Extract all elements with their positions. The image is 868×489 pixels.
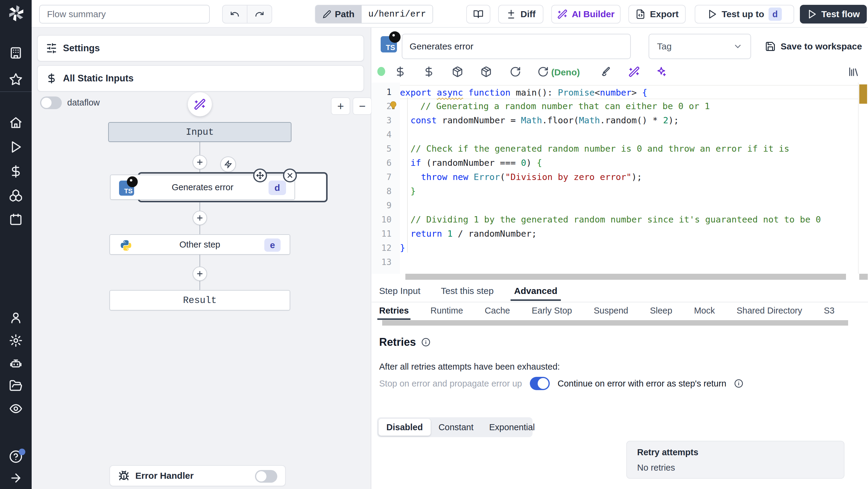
workers-bot-icon[interactable] xyxy=(9,357,23,370)
subtab-s3[interactable]: S3 xyxy=(824,306,835,319)
test-flow-button[interactable]: Test flow xyxy=(800,5,867,24)
code-line[interactable]: const randomNumber = Math.floor(Math.ran… xyxy=(400,113,858,127)
code-line[interactable]: throw new Error("Division by zero error"… xyxy=(400,170,858,184)
settings-gear-icon[interactable] xyxy=(9,334,23,347)
library-icon[interactable] xyxy=(848,66,859,79)
undo-button[interactable] xyxy=(223,5,247,23)
insert-step-button[interactable] xyxy=(193,155,207,170)
retry-mode-constant[interactable]: Constant xyxy=(431,419,481,436)
trigger-zap-button[interactable] xyxy=(220,156,236,172)
continue-on-error-toggle[interactable] xyxy=(530,377,550,390)
code-line[interactable]: } xyxy=(400,184,858,198)
continue-on-error-label[interactable]: Continue on error with error as step's r… xyxy=(558,379,726,389)
home-icon[interactable] xyxy=(9,116,23,130)
code-line[interactable] xyxy=(400,255,858,269)
editor-horizontal-scrollbar[interactable] xyxy=(405,274,846,280)
static-inputs-dollar-icon[interactable] xyxy=(395,66,406,79)
subtab-runtime[interactable]: Runtime xyxy=(430,306,463,319)
path-edit-segment[interactable]: Path xyxy=(315,5,362,23)
flow-input-node[interactable]: Input xyxy=(108,122,291,142)
export-button[interactable]: Export xyxy=(628,5,686,24)
insert-step-button[interactable] xyxy=(193,211,207,225)
format-brush-icon[interactable] xyxy=(601,66,613,79)
windmill-logo-icon[interactable] xyxy=(8,5,25,22)
insert-step-button[interactable] xyxy=(193,267,207,281)
package-icon[interactable] xyxy=(452,66,463,79)
retry-mode-exponential[interactable]: Exponential xyxy=(481,419,543,436)
flow-ai-wand-button[interactable] xyxy=(188,92,212,116)
subtab-cache[interactable]: Cache xyxy=(485,306,510,319)
all-static-inputs-card[interactable]: All Static Inputs xyxy=(37,65,364,92)
zoom-out-button[interactable]: − xyxy=(352,97,372,115)
code-line[interactable]: if (randomNumber === 0) { xyxy=(400,156,858,170)
info-icon[interactable] xyxy=(421,338,430,347)
subtab-shared-directory[interactable]: Shared Directory xyxy=(737,306,802,319)
ai-builder-button[interactable]: AI Builder xyxy=(551,5,621,24)
code-line[interactable]: // Check if the generated random number … xyxy=(400,142,858,156)
workspace-icon[interactable] xyxy=(9,46,23,60)
subtab-suspend[interactable]: Suspend xyxy=(594,306,628,319)
reload-icon[interactable] xyxy=(510,66,521,79)
tab-advanced[interactable]: Advanced xyxy=(514,286,557,300)
schedules-calendar-icon[interactable] xyxy=(9,213,23,226)
retry-mode-disabled[interactable]: Disabled xyxy=(378,419,431,436)
ai-wand-icon[interactable] xyxy=(628,66,640,79)
code-editor[interactable]: 12345678910111213 export async function … xyxy=(372,83,868,274)
error-handler-toggle[interactable] xyxy=(255,470,277,483)
redo-button[interactable] xyxy=(247,5,272,23)
delete-node-button[interactable] xyxy=(283,169,297,182)
subtab-retries[interactable]: Retries xyxy=(379,306,409,319)
package-icon[interactable] xyxy=(480,66,492,79)
diff-button[interactable]: Diff xyxy=(498,5,544,24)
variables-dollar-icon[interactable] xyxy=(423,66,435,79)
code-line[interactable]: } xyxy=(400,241,858,255)
move-node-button[interactable] xyxy=(253,169,267,182)
path-label: Path xyxy=(335,9,354,19)
code-line[interactable]: return 1 / randomNumber; xyxy=(400,227,858,241)
tab-test-this-step[interactable]: Test this step xyxy=(441,286,494,300)
subtab-sleep[interactable]: Sleep xyxy=(650,306,672,319)
flow-step2-node[interactable]: Other step e xyxy=(110,234,290,255)
test-up-to-button[interactable]: Test up to d xyxy=(695,5,794,24)
runs-play-icon[interactable] xyxy=(9,140,23,154)
tab-step-input[interactable]: Step Input xyxy=(379,286,421,300)
step-name-input[interactable] xyxy=(402,34,631,59)
retry-attempts-value: No retries xyxy=(637,463,834,473)
code-line[interactable]: // Dividing 1 by the generated random nu… xyxy=(400,213,858,227)
code-line[interactable] xyxy=(400,198,858,213)
subtab-mock[interactable]: Mock xyxy=(694,306,715,319)
runtime-deno-label[interactable]: (Deno) xyxy=(551,67,580,78)
info-icon[interactable] xyxy=(734,379,743,388)
zoom-in-button[interactable]: + xyxy=(331,97,350,115)
folders-icon[interactable] xyxy=(9,379,23,393)
favorites-star-icon[interactable] xyxy=(9,73,23,86)
flow-summary-input[interactable] xyxy=(39,5,210,24)
ai-sparkles-icon[interactable] xyxy=(655,66,667,79)
tag-select[interactable]: Tag xyxy=(649,34,751,59)
quickfix-lightbulb-icon[interactable] xyxy=(389,100,398,110)
resources-boxes-icon[interactable] xyxy=(9,189,23,202)
save-icon xyxy=(765,41,776,52)
subtabs-scrollbar[interactable] xyxy=(382,320,848,326)
dataflow-toggle[interactable] xyxy=(40,96,62,109)
variables-dollar-icon[interactable] xyxy=(9,164,23,178)
stop-on-error-label[interactable]: Stop on error and propagate error up xyxy=(379,379,522,389)
code-line[interactable]: // Generating a random number that can e… xyxy=(400,99,858,113)
code-line[interactable]: export async function main(): Promise<nu… xyxy=(400,85,858,99)
code-line[interactable] xyxy=(400,127,858,142)
reload-icon[interactable] xyxy=(537,66,549,79)
flow-result-node[interactable]: Result xyxy=(110,290,290,310)
flow-settings-card[interactable]: Settings xyxy=(37,35,364,61)
subtab-early-stop[interactable]: Early Stop xyxy=(532,306,572,319)
flow-step1-node[interactable]: TS Generates error d xyxy=(110,175,295,200)
audit-eye-icon[interactable] xyxy=(9,402,23,416)
path-group[interactable]: Path u/henri/err xyxy=(315,5,433,24)
error-handler-card[interactable]: Error Handler xyxy=(110,465,286,486)
line-number: 11 xyxy=(372,227,400,241)
path-value[interactable]: u/henri/err xyxy=(362,5,433,23)
expand-sidebar-arrow-icon[interactable] xyxy=(9,471,23,485)
save-to-workspace-button[interactable]: Save to workspace xyxy=(765,37,862,56)
docs-book-button[interactable] xyxy=(466,5,490,24)
chevron-down-icon xyxy=(733,41,743,51)
user-icon[interactable] xyxy=(9,311,23,325)
